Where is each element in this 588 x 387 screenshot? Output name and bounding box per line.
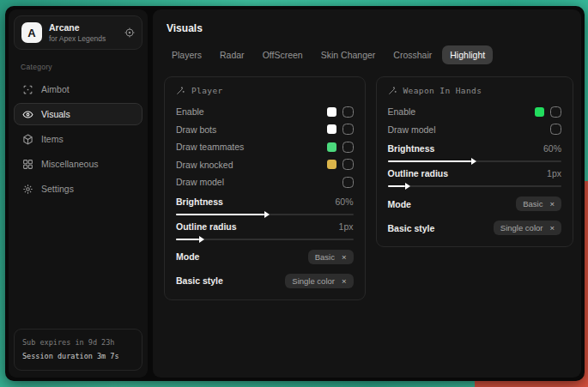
color-swatch[interactable]: [327, 160, 336, 169]
slider-thumb[interactable]: [199, 236, 204, 243]
tab-highlight[interactable]: Highlight: [442, 45, 493, 64]
page-title: Visuals: [167, 22, 573, 34]
subscription-info: Sub expires in 9d 23h Session duration 3…: [14, 329, 142, 371]
tab-radar[interactable]: Radar: [212, 45, 252, 64]
sidebar-item-aimbot[interactable]: Aimbot: [14, 78, 142, 100]
slider-label: Brightness: [176, 197, 223, 207]
category-label: Category: [21, 63, 136, 71]
close-icon[interactable]: ×: [549, 223, 555, 233]
toggle-label: Draw knocked: [176, 160, 233, 170]
color-swatch[interactable]: [327, 142, 336, 152]
crosshair-icon: [22, 84, 33, 95]
color-swatch[interactable]: [535, 107, 544, 117]
tag-text: Basic: [315, 252, 335, 262]
slider-value: 1px: [547, 168, 561, 178]
close-icon[interactable]: ×: [549, 199, 555, 209]
toggle-label: Enable: [176, 106, 204, 117]
basic-style-tag[interactable]: Single color ×: [285, 274, 353, 288]
toggle-label: Draw model: [176, 177, 224, 187]
slider-label: Outline radius: [388, 168, 449, 178]
tab-players[interactable]: Players: [164, 45, 209, 64]
app-window: A Arcane for Apex Legends Category: [5, 6, 585, 381]
session-duration-text: Session duration 3m 7s: [22, 350, 134, 363]
main-panel: Visuals Players Radar OffScreen Skin Cha…: [153, 9, 581, 378]
tab-crosshair[interactable]: Crosshair: [385, 45, 439, 64]
slider-track[interactable]: [388, 160, 562, 162]
select-label: Basic style: [176, 275, 223, 286]
slider-track[interactable]: [176, 239, 354, 240]
card-title: Weapon In Hands: [403, 86, 482, 95]
slider-value: 60%: [543, 143, 561, 154]
slider-label: Brightness: [388, 143, 435, 154]
sidebar-nav: Aimbot Visuals: [14, 78, 142, 200]
toggle-row-enable: Enable: [388, 103, 562, 121]
weapon-in-hands-card: Weapon In Hands Enable Draw model: [376, 76, 574, 247]
sidebar-item-label: Aimbot: [41, 84, 70, 94]
slider-track[interactable]: [176, 214, 354, 215]
sidebar-header: A Arcane for Apex Legends: [14, 15, 142, 50]
sidebar-item-label: Items: [41, 134, 64, 144]
sidebar-item-settings[interactable]: Settings: [14, 178, 142, 200]
toggle-label: Draw bots: [176, 124, 216, 135]
sidebar-item-visuals[interactable]: Visuals: [14, 103, 142, 125]
slider-track[interactable]: [388, 185, 562, 187]
slider-value: 1px: [339, 221, 354, 232]
toggle-row-draw-knocked: Draw knocked: [176, 156, 354, 174]
mode-select-row: Mode Basic ×: [388, 197, 562, 211]
slider-thumb[interactable]: [264, 211, 270, 218]
toggle-row-enable: Enable: [176, 103, 354, 121]
gear-icon: [22, 184, 33, 195]
app-name-block: Arcane for Apex Legends: [49, 22, 106, 43]
sidebar-item-miscellaneous[interactable]: Miscellaneous: [14, 153, 142, 175]
slider-thumb[interactable]: [405, 183, 410, 190]
basic-style-select-row: Basic style Single color ×: [176, 274, 354, 288]
sidebar-item-items[interactable]: Items: [14, 128, 142, 150]
slider-label: Outline radius: [176, 221, 237, 232]
target-icon[interactable]: [124, 27, 135, 38]
app-subtitle: for Apex Legends: [49, 34, 106, 43]
mode-tag[interactable]: Basic ×: [308, 250, 354, 264]
sidebar-item-label: Miscellaneous: [41, 159, 99, 169]
select-label: Mode: [388, 199, 411, 209]
basic-style-tag[interactable]: Single color ×: [494, 221, 561, 235]
toggle-label: Enable: [388, 106, 416, 117]
wand-icon: [388, 86, 397, 95]
sidebar: A Arcane for Apex Legends Category: [9, 9, 148, 378]
toggle-label: Draw teammates: [176, 142, 244, 152]
toggle-row-draw-bots: Draw bots: [176, 121, 354, 139]
eye-icon: [22, 109, 33, 120]
checkbox[interactable]: [342, 124, 354, 135]
grid-icon: [22, 159, 33, 170]
toggle-row-draw-model: Draw model: [176, 173, 354, 191]
tag-text: Basic: [523, 199, 543, 209]
brightness-slider-block: Brightness 60%: [388, 143, 562, 162]
basic-style-select-row: Basic style Single color ×: [388, 221, 562, 235]
sidebar-item-label: Visuals: [41, 109, 70, 119]
settings-cards: Player Enable Draw bots: [164, 76, 573, 300]
wand-icon: [176, 86, 185, 95]
close-icon[interactable]: ×: [342, 276, 347, 286]
toggle-row-draw-teammates: Draw teammates: [176, 138, 354, 156]
player-card-header: Player: [176, 86, 354, 95]
tab-offscreen[interactable]: OffScreen: [255, 45, 311, 64]
checkbox[interactable]: [342, 106, 354, 118]
select-label: Basic style: [388, 223, 435, 233]
checkbox[interactable]: [342, 177, 354, 188]
checkbox[interactable]: [550, 124, 561, 135]
mode-tag[interactable]: Basic ×: [516, 197, 561, 211]
weapon-card-header: Weapon In Hands: [388, 86, 562, 95]
checkbox[interactable]: [342, 142, 354, 153]
app-logo: A: [21, 22, 42, 43]
color-swatch[interactable]: [327, 124, 336, 134]
toggle-label: Draw model: [388, 124, 436, 135]
cube-icon: [22, 134, 33, 145]
checkbox[interactable]: [550, 106, 561, 118]
close-icon[interactable]: ×: [342, 252, 347, 262]
tab-skin-changer[interactable]: Skin Changer: [313, 45, 384, 64]
slider-thumb[interactable]: [471, 158, 476, 165]
tag-text: Single color: [500, 223, 543, 233]
checkbox[interactable]: [342, 159, 354, 170]
outline-radius-slider-block: Outline radius 1px: [388, 168, 562, 187]
color-swatch[interactable]: [327, 107, 336, 117]
mode-select-row: Mode Basic ×: [176, 250, 354, 264]
